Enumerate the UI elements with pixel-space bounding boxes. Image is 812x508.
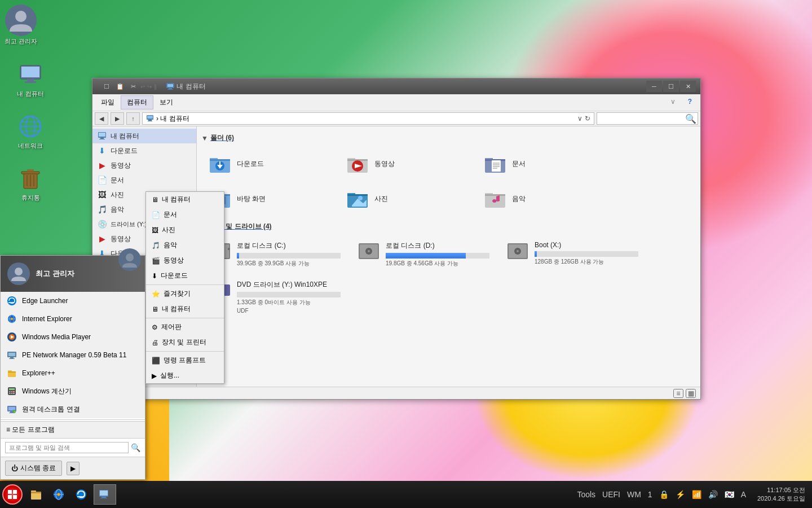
- view-details-btn[interactable]: ≡: [673, 389, 683, 398]
- start-menu-item-remote[interactable]: ↗ 원격 데스크톱 연결: [1, 400, 145, 418]
- menu-computer[interactable]: 컴퓨터: [121, 95, 153, 110]
- qa-btn-3[interactable]: ✂: [129, 82, 138, 91]
- desktop-icon-my-computer[interactable]: 내 컴퓨터: [8, 61, 53, 98]
- folder-pictures[interactable]: 사진: [339, 182, 474, 215]
- address-dropdown[interactable]: ∨: [577, 115, 582, 122]
- folder-downloads[interactable]: 다운로드: [201, 147, 337, 180]
- menu-view[interactable]: 보기: [153, 95, 179, 110]
- qa-btn-2[interactable]: 📋: [114, 82, 126, 91]
- sidebar-videos[interactable]: ▶ 동영상: [92, 158, 196, 173]
- drive-d[interactable]: 로컬 디스크 (D:) 19.8GB 중 4.56GB 사용 가능: [350, 236, 497, 273]
- ctx-downloads[interactable]: ⬇ 다운로드: [146, 268, 224, 283]
- taskbar-file-manager[interactable]: [25, 483, 47, 506]
- sidebar-my-computer[interactable]: 내 컴퓨터: [92, 129, 196, 143]
- user-desktop-icon[interactable]: 최고 관리자: [5, 5, 37, 46]
- start-button[interactable]: [2, 484, 23, 505]
- tray-1[interactable]: 1: [646, 489, 655, 500]
- folder-music[interactable]: 음악: [476, 182, 612, 215]
- menu-file[interactable]: 파일: [95, 95, 121, 110]
- tray-uefi[interactable]: UEFI: [600, 489, 623, 500]
- context-menu[interactable]: 🖥 내 컴퓨터 📄 문서 🖼 사진 🎵 음악 🎬 동영상 ⬇ 다운로드 ⭐ 즐겨…: [145, 191, 224, 384]
- folder-videos[interactable]: 동영상: [339, 147, 474, 180]
- folder-dl-icon: [209, 152, 231, 175]
- tray-tools[interactable]: Tools: [575, 489, 598, 500]
- menu-help-btn[interactable]: ?: [682, 95, 698, 110]
- ctx-pictures[interactable]: 🖼 사진: [146, 222, 224, 238]
- power-label: 시스템 종료: [20, 463, 56, 473]
- search-btn[interactable]: 🔍: [131, 443, 140, 452]
- desktop-icon-trash[interactable]: 휴지통: [8, 165, 53, 202]
- drive-x[interactable]: Boot (X:) 128GB 중 126GB 사용 가능: [499, 236, 646, 273]
- tray-lock[interactable]: 🔒: [657, 489, 671, 500]
- start-menu[interactable]: 최고 관리자 Edge Launcher: [0, 255, 145, 480]
- desktop-icon-network[interactable]: 네트워크: [8, 113, 53, 150]
- drive-x-progress: [535, 251, 638, 257]
- sidebar-downloads[interactable]: ⬇ 다운로드: [92, 143, 196, 158]
- svg-rect-49: [167, 84, 173, 87]
- nav-forward[interactable]: ▶: [111, 112, 124, 125]
- power-arrow-btn[interactable]: ▶: [67, 462, 80, 475]
- start-menu-item-edge[interactable]: Edge Launcher: [1, 292, 145, 310]
- ctx-music[interactable]: 🎵 음악: [146, 238, 224, 253]
- calc-icon: [6, 386, 17, 397]
- ctx-cmd[interactable]: ⬛ 명령 프롬프트: [146, 353, 224, 368]
- start-menu-search[interactable]: 🔍: [1, 438, 145, 457]
- tray-network-status[interactable]: 📶: [690, 489, 704, 500]
- pe-net-label: PE Network Manager 0.59 Beta 11: [22, 351, 126, 359]
- sidebar-dvd-icon: 💿: [97, 219, 107, 229]
- folders-grid: 다운로드 동영상: [201, 147, 696, 215]
- sidebar-documents[interactable]: 📄 문서: [92, 173, 196, 187]
- search-input[interactable]: [5, 442, 129, 453]
- folder-documents[interactable]: 문서: [476, 147, 612, 180]
- menu-expand-btn[interactable]: ∨: [664, 95, 682, 110]
- power-area[interactable]: ⏻ 시스템 종료 ▶: [1, 457, 145, 479]
- tray-power[interactable]: ⚡: [673, 489, 687, 500]
- nav-up[interactable]: ↑: [126, 112, 140, 125]
- ctx-cp-label: 제어판: [161, 322, 182, 332]
- view-tiles-btn[interactable]: ▦: [686, 389, 696, 398]
- folders-section-header[interactable]: ▼ 폴더 (6): [201, 133, 696, 143]
- taskbar-clock[interactable]: 11:17:05 오전 2020.4.26 토요일: [753, 486, 810, 503]
- maximize-btn[interactable]: ☐: [663, 81, 679, 92]
- tray-ime[interactable]: A: [739, 489, 748, 500]
- start-menu-item-calc[interactable]: Windows 계산기: [1, 382, 145, 400]
- ctx-videos-label: 동영상: [164, 256, 184, 265]
- close-btn[interactable]: ✕: [680, 81, 696, 92]
- start-menu-item-wmp[interactable]: Windows Media Player: [1, 328, 145, 346]
- taskbar-ie[interactable]: [47, 483, 70, 506]
- drive-x-icon: [506, 241, 529, 264]
- address-refresh[interactable]: ↻: [585, 115, 590, 122]
- ctx-run[interactable]: ▶ 실행...: [146, 368, 224, 383]
- ctx-videos[interactable]: 🎬 동영상: [146, 253, 224, 268]
- window-controls: ─ ☐ ✕: [646, 81, 696, 92]
- tray-volume[interactable]: 🔊: [706, 489, 720, 500]
- profile-floating-circle[interactable]: [118, 248, 141, 271]
- ctx-devices[interactable]: 🖨 장치 및 프린터: [146, 335, 224, 350]
- minimize-btn[interactable]: ─: [646, 81, 662, 92]
- ctx-docs-icon: 📄: [152, 211, 160, 219]
- taskbar-explorer[interactable]: [94, 484, 116, 505]
- qa-btn-1[interactable]: ☐: [102, 82, 112, 91]
- ctx-control-panel[interactable]: ⚙ 제어판: [146, 319, 224, 335]
- start-menu-item-pe-net[interactable]: PE Network Manager 0.59 Beta 11: [1, 346, 145, 364]
- ctx-cmd-label: 명령 프롬프트: [164, 356, 206, 365]
- ctx-documents[interactable]: 📄 문서: [146, 207, 224, 222]
- taskbar-edge[interactable]: [70, 483, 92, 506]
- tray-lang[interactable]: 🇰🇷: [722, 489, 736, 500]
- start-menu-item-explorer[interactable]: Explorer++: [1, 364, 145, 382]
- drives-section-header[interactable]: ▼ 장치 및 드라이브 (4): [201, 222, 696, 231]
- power-button[interactable]: ⏻ 시스템 종료: [5, 461, 62, 476]
- svg-point-105: [368, 250, 370, 252]
- ctx-my-computer2[interactable]: 🖥 내 컴퓨터: [146, 301, 224, 317]
- start-menu-item-ie[interactable]: Internet Explorer: [1, 310, 145, 328]
- tray-wm[interactable]: WM: [625, 489, 643, 500]
- address-bar[interactable]: › 내 컴퓨터 ∨ ↻: [142, 112, 594, 125]
- ctx-my-computer[interactable]: 🖥 내 컴퓨터: [146, 192, 224, 207]
- all-programs-btn[interactable]: ≡ 모든 프로그램: [1, 421, 145, 438]
- drive-d-fill: [386, 253, 466, 259]
- search-box[interactable]: 🔍: [597, 112, 698, 125]
- explorer-search-input[interactable]: [599, 115, 684, 122]
- ctx-favorites[interactable]: ⭐ 즐겨찾기: [146, 286, 224, 301]
- nav-back[interactable]: ◀: [95, 112, 108, 125]
- taskbar-tray: Tools UEFI WM 1 🔒 ⚡ 📶 🔊 🇰🇷 A: [570, 489, 753, 500]
